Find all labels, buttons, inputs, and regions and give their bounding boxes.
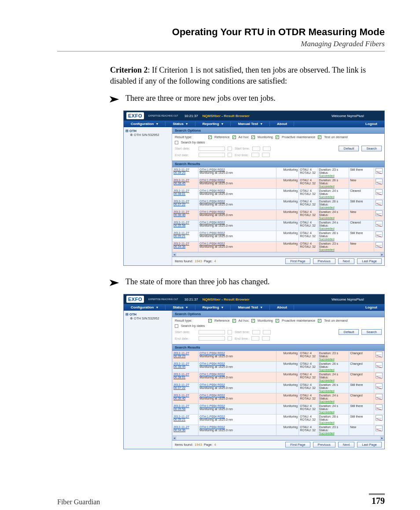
cell-trace-icon[interactable] <box>374 415 384 425</box>
cell-trace-icon[interactable] <box>374 242 384 252</box>
menu-logout[interactable]: Logout <box>358 304 384 311</box>
check-proactive[interactable]: ✓ <box>276 136 279 139</box>
cell-trace-icon[interactable] <box>374 351 384 362</box>
next-button[interactable]: Next <box>338 442 354 448</box>
calendar-icon[interactable] <box>228 330 232 334</box>
tree-child[interactable]: ⊕ OTH S/N:532952 <box>125 133 170 137</box>
start-time-h[interactable] <box>252 147 260 151</box>
tree-root[interactable]: ⊟ OTH <box>125 312 170 316</box>
default-button[interactable]: Default <box>339 146 359 151</box>
search-button[interactable]: Search <box>361 329 382 335</box>
previous-button[interactable]: Previous <box>313 258 335 264</box>
cell-trace-icon[interactable] <box>374 383 384 393</box>
table-row[interactable]: 2012-11-2706:34:36OTH:1 P004 R032Monitor… <box>173 242 384 252</box>
menu-reporting[interactable]: Reporting▼ <box>195 121 231 127</box>
cell-trace-icon[interactable] <box>374 362 384 372</box>
cell-trace-icon[interactable] <box>374 404 384 415</box>
check-monitoring[interactable]: ✓ <box>251 319 255 323</box>
check-adhoc[interactable]: ✓ <box>232 136 236 139</box>
cell-status: Duration: 24 sStatus:Succeeded <box>318 210 349 220</box>
table-row[interactable]: 2012-11-2706:35:21OTH:1 P004 R032Monitor… <box>173 415 384 425</box>
end-date-input[interactable] <box>199 153 225 157</box>
table-row[interactable]: 2012-11-2706:37:22OTH:1 P004 R032Monitor… <box>173 199 384 210</box>
table-row[interactable]: 2012-11-2706:38:45OTH:1 P004 R032Monitor… <box>173 362 384 372</box>
menu-logout[interactable]: Logout <box>358 121 384 127</box>
default-button[interactable]: Default <box>339 329 359 335</box>
start-time-h[interactable] <box>252 330 260 334</box>
check-proactive[interactable]: ✓ <box>276 319 279 323</box>
table-row[interactable]: 2012-11-2706:35:58OTH:1 P004 R032Monitor… <box>173 404 384 415</box>
table-row[interactable]: 2012-11-2706:36:40OTH:1 P004 R032Monitor… <box>173 210 384 220</box>
horizontal-scrollbar[interactable]: ◄► <box>172 252 384 257</box>
start-time-m[interactable] <box>263 147 271 151</box>
table-row[interactable]: 2012-11-2706:38:01OTH:1 P004 R032Monitor… <box>173 189 384 199</box>
check-test-on-demand[interactable]: ✓ <box>318 136 321 139</box>
calendar-icon[interactable] <box>228 147 232 151</box>
next-button[interactable]: Next <box>338 258 354 264</box>
cell-trace-icon[interactable] <box>374 199 384 210</box>
tree-child[interactable]: ⊕ OTH S/N:532952 <box>125 316 170 320</box>
check-monitoring[interactable]: ✓ <box>251 136 255 139</box>
menu-configuration[interactable]: Configuration▼ <box>124 304 166 311</box>
menu-status[interactable]: Status▼ <box>166 121 195 127</box>
end-time-m[interactable] <box>262 336 270 341</box>
menu-reporting[interactable]: Reporting▼ <box>195 304 231 311</box>
cell-trace-icon[interactable] <box>374 393 384 404</box>
menu-configuration[interactable]: Configuration▼ <box>124 121 166 127</box>
cell-trace-icon[interactable] <box>374 178 384 189</box>
check-test-on-demand[interactable]: ✓ <box>318 319 321 323</box>
table-row[interactable]: 2012-11-2706:36:40OTH:1 P004 R032Monitor… <box>173 393 384 404</box>
check-adhoc[interactable]: ✓ <box>232 319 236 323</box>
trace-icon <box>376 415 383 421</box>
menu-about[interactable]: About <box>270 304 294 311</box>
table-row[interactable]: 2012-11-2706:34:36OTH:1 P004 R032Monitor… <box>173 425 384 436</box>
cell-trace-icon[interactable] <box>374 425 384 436</box>
cell-trace-icon[interactable] <box>374 189 384 199</box>
end-time-h[interactable] <box>251 153 259 157</box>
menu-manual-test[interactable]: Manual Test▼ <box>231 121 270 127</box>
start-date-input[interactable] <box>199 330 225 334</box>
table-row[interactable]: 2012-11-2706:35:58OTH:1 P004 R032Monitor… <box>173 220 384 231</box>
cell-trace-icon[interactable] <box>374 210 384 220</box>
cell-status: Duration: 23 sStatus:Succeeded <box>318 168 349 178</box>
menu-manual-test[interactable]: Manual Test▼ <box>231 304 270 311</box>
end-time-label: End time: <box>235 153 249 157</box>
search-button[interactable]: Search <box>361 146 382 151</box>
cell-state: New <box>349 210 374 220</box>
dropdown-icon: ▼ <box>260 306 263 309</box>
last-page-button[interactable]: Last Page <box>357 442 382 448</box>
cell-datetime: 2012-11-2706:35:21 <box>173 231 199 242</box>
cell-trace-icon[interactable] <box>374 220 384 231</box>
table-row[interactable]: 2012-11-2706:38:45OTH:1 P004 R032Monitor… <box>173 178 384 189</box>
check-search-by-dates[interactable]: ✓ <box>175 324 178 328</box>
first-page-button[interactable]: First Page <box>285 258 310 264</box>
calendar-icon[interactable] <box>228 153 232 157</box>
horizontal-scrollbar[interactable]: ◄► <box>172 436 384 440</box>
last-page-button[interactable]: Last Page <box>357 258 382 264</box>
check-search-by-dates[interactable]: ✓ <box>175 141 178 144</box>
table-row[interactable]: 2012-11-2706:38:01OTH:1 P004 R032Monitor… <box>173 372 384 383</box>
previous-button[interactable]: Previous <box>313 442 335 448</box>
sidebar: ⊟ OTH ⊕ OTH S/N:532952 <box>124 127 172 265</box>
cell-trace-icon[interactable] <box>374 231 384 242</box>
table-row[interactable]: 2012-11-2706:39:23OTH:1 P004 R032Monitor… <box>173 351 384 362</box>
table-row[interactable]: 2012-11-2706:35:21OTH:1 P004 R032Monitor… <box>173 231 384 242</box>
table-row[interactable]: 2012-11-2706:39:23OTH:1 P004 R032Monitor… <box>173 168 384 178</box>
table-row[interactable]: 2012-11-2706:37:22OTH:1 P004 R032Monitor… <box>173 383 384 393</box>
tree-root[interactable]: ⊟ OTH <box>125 129 170 133</box>
check-reference[interactable]: ✓ <box>208 136 212 139</box>
check-reference[interactable]: ✓ <box>208 319 212 323</box>
end-time-m[interactable] <box>262 153 270 157</box>
calendar-icon[interactable] <box>228 336 232 341</box>
cell-trace-icon[interactable] <box>374 372 384 383</box>
start-time-m[interactable] <box>263 330 271 334</box>
first-page-button[interactable]: First Page <box>285 442 310 448</box>
cell-description: OTH:1 P004 R032Monitoring at 1625.0 nm <box>199 210 276 220</box>
end-time-h[interactable] <box>251 336 259 341</box>
menu-status[interactable]: Status▼ <box>166 304 195 311</box>
start-date-input[interactable] <box>199 147 225 151</box>
cell-state: Still there <box>349 199 374 210</box>
menu-about[interactable]: About <box>270 121 294 127</box>
cell-trace-icon[interactable] <box>374 168 384 178</box>
end-date-input[interactable] <box>199 336 225 341</box>
